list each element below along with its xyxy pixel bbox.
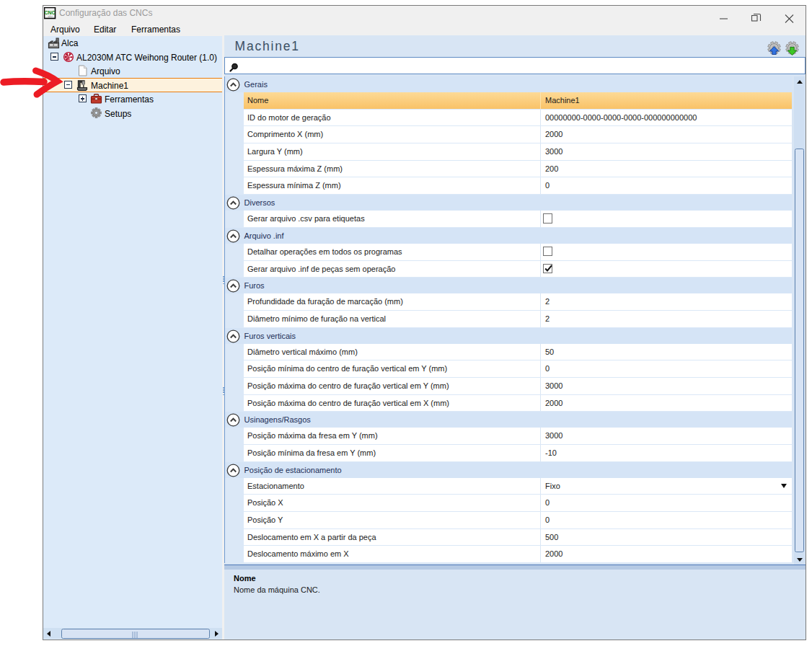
svg-text:abc: abc (48, 15, 53, 19)
svg-text:CNC: CNC (44, 10, 55, 15)
